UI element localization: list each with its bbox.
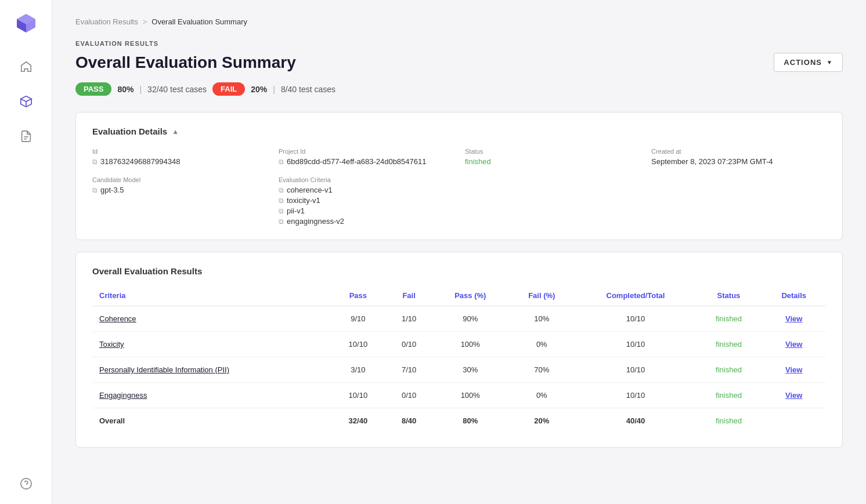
cell-criteria[interactable]: Personally Identifiable Information (PII…: [92, 357, 331, 383]
cell-completed-total: 10/10: [575, 332, 695, 357]
evaluation-details-card: Evaluation Details ▲ Id ⧉ 31876324968879…: [75, 112, 843, 240]
col-completed-total: Completed/Total: [575, 285, 695, 306]
cell-fail-pct: 70%: [508, 357, 575, 383]
results-table-title: Overall Evaluation Results: [92, 266, 826, 276]
criteria-list: ⧉coherence-v1⧉toxicity-v1⧉pii-v1⧉engagin…: [279, 186, 826, 226]
cell-pass: 9/10: [331, 306, 385, 332]
evaluation-details-title: Evaluation Details ▲: [92, 126, 826, 136]
cell-status: finished: [695, 383, 762, 408]
table-row: Coherence 9/10 1/10 90% 10% 10/10 finish…: [92, 306, 826, 332]
table-row: Personally Identifiable Information (PII…: [92, 357, 826, 383]
separator-1: |: [139, 85, 142, 94]
section-label: EVALUATION RESULTS: [75, 40, 843, 47]
detail-evaluation-criteria: Evaluation Criteria ⧉coherence-v1⧉toxici…: [279, 176, 826, 226]
home-icon[interactable]: [17, 58, 35, 75]
svg-point-7: [20, 478, 31, 489]
page-title-row: Overall Evaluation Summary ACTIONS ▼: [75, 53, 843, 72]
created-at-label: Created at: [651, 148, 826, 155]
cell-details[interactable]: View: [762, 332, 827, 357]
created-at-value-row: September 8, 2023 07:23PM GMT-4: [651, 157, 826, 166]
detail-created-at: Created at September 8, 2023 07:23PM GMT…: [651, 148, 826, 166]
cell-status: finished: [695, 357, 762, 383]
cell-pass: 10/10: [331, 332, 385, 357]
pass-badge: PASS: [75, 82, 111, 96]
cell-details[interactable]: View: [762, 306, 827, 332]
criteria-link[interactable]: Engagingness: [99, 391, 147, 400]
copy-project-id-icon[interactable]: ⧉: [279, 158, 284, 166]
breadcrumb-parent[interactable]: Evaluation Results: [75, 17, 138, 26]
cell-pass: 32/40: [331, 408, 385, 434]
criteria-link[interactable]: Coherence: [99, 314, 136, 323]
copy-criteria-icon[interactable]: ⧉: [279, 207, 284, 215]
results-table: Criteria Pass Fail Pass (%) Fail (%) Com…: [92, 285, 826, 433]
created-at-value: September 8, 2023 07:23PM GMT-4: [651, 157, 773, 166]
breadcrumb-current: Overall Evaluation Summary: [151, 17, 247, 26]
cell-fail-pct: 0%: [508, 332, 575, 357]
cell-pass: 10/10: [331, 383, 385, 408]
sidebar: [0, 0, 52, 504]
fail-cases: 8/40 test cases: [281, 85, 335, 94]
col-fail: Fail: [385, 285, 433, 306]
id-value-row: ⧉ 3187632496887994348: [92, 157, 267, 166]
copy-id-icon[interactable]: ⧉: [92, 158, 98, 166]
cell-fail: 0/10: [385, 383, 433, 408]
col-criteria: Criteria: [92, 285, 331, 306]
results-tbody: Coherence 9/10 1/10 90% 10% 10/10 finish…: [92, 306, 826, 434]
document-icon[interactable]: [17, 128, 35, 145]
cell-status: finished: [695, 306, 762, 332]
copy-criteria-icon[interactable]: ⧉: [279, 186, 284, 194]
cell-details[interactable]: View: [762, 383, 827, 408]
cell-completed-total: 10/10: [575, 383, 695, 408]
app-logo: [15, 12, 38, 35]
cell-criteria[interactable]: Engagingness: [92, 383, 331, 408]
project-id-label: Project Id: [279, 148, 453, 155]
view-link[interactable]: View: [785, 365, 802, 374]
cell-fail-pct: 0%: [508, 383, 575, 408]
details-grid: Id ⧉ 3187632496887994348 Project Id ⧉ 6b…: [92, 148, 826, 226]
criteria-link[interactable]: Personally Identifiable Information (PII…: [99, 365, 229, 374]
pass-cases: 32/40 test cases: [147, 85, 207, 94]
toggle-icon[interactable]: ▲: [172, 128, 179, 136]
copy-criteria-icon[interactable]: ⧉: [279, 217, 284, 226]
id-value: 3187632496887994348: [100, 157, 180, 166]
detail-project-id: Project Id ⧉ 6bd89cdd-d577-4eff-a683-24d…: [279, 148, 453, 166]
cell-fail: 8/40: [385, 408, 433, 434]
criteria-link[interactable]: Toxicity: [99, 340, 124, 349]
cell-completed-total: 40/40: [575, 408, 695, 434]
actions-button[interactable]: ACTIONS ▼: [774, 53, 843, 72]
view-link[interactable]: View: [785, 314, 802, 323]
table-header-row: Criteria Pass Fail Pass (%) Fail (%) Com…: [92, 285, 826, 306]
table-row: Engagingness 10/10 0/10 100% 0% 10/10 fi…: [92, 383, 826, 408]
cell-criteria[interactable]: Coherence: [92, 306, 331, 332]
criteria-item: ⧉engagingness-v2: [279, 217, 826, 226]
col-pass-pct: Pass (%): [432, 285, 508, 306]
cell-criteria: Overall: [92, 408, 331, 434]
main-content: Evaluation Results > Overall Evaluation …: [52, 0, 866, 504]
cell-fail-pct: 20%: [508, 408, 575, 434]
view-link[interactable]: View: [785, 391, 802, 400]
results-card: Overall Evaluation Results Criteria Pass…: [75, 252, 843, 448]
detail-candidate-model: Candidate Model ⧉ gpt-3.5: [92, 176, 267, 226]
status-label: Status: [465, 148, 640, 155]
cell-fail: 1/10: [385, 306, 433, 332]
copy-model-icon[interactable]: ⧉: [92, 186, 98, 194]
col-status: Status: [695, 285, 762, 306]
cell-completed-total: 10/10: [575, 306, 695, 332]
cube-icon[interactable]: [17, 93, 35, 110]
breadcrumb-separator: >: [143, 17, 147, 26]
cell-completed-total: 10/10: [575, 357, 695, 383]
view-link[interactable]: View: [785, 340, 802, 349]
criteria-item: ⧉coherence-v1: [279, 186, 826, 194]
cell-pass-pct: 30%: [432, 357, 508, 383]
detail-status: Status finished: [465, 148, 640, 166]
candidate-model-value-row: ⧉ gpt-3.5: [92, 186, 267, 194]
help-icon[interactable]: [17, 475, 35, 492]
copy-criteria-icon[interactable]: ⧉: [279, 197, 284, 205]
col-fail-pct: Fail (%): [508, 285, 575, 306]
cell-pass-pct: 80%: [432, 408, 508, 434]
cell-details[interactable]: View: [762, 357, 827, 383]
cell-criteria[interactable]: Toxicity: [92, 332, 331, 357]
separator-2: |: [273, 85, 275, 94]
cell-fail: 0/10: [385, 332, 433, 357]
status-value-row: finished: [465, 157, 640, 166]
